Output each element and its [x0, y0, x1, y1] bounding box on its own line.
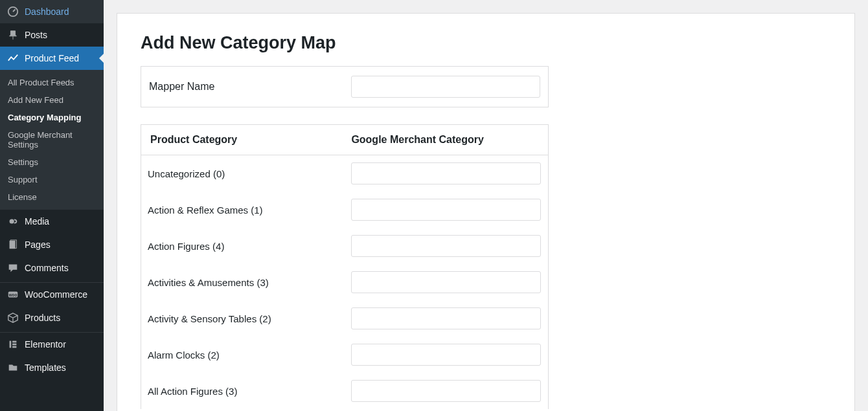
category-label: Action & Reflex Games (1) — [148, 205, 351, 216]
svg-rect-8 — [12, 344, 16, 346]
sidebar-item-posts[interactable]: Posts — [0, 23, 104, 47]
sidebar-item-label: Comments — [25, 263, 69, 273]
table-header: Product Category Google Merchant Categor… — [141, 125, 548, 155]
chart-icon — [6, 52, 19, 65]
submenu-item-support[interactable]: Support — [0, 171, 104, 188]
content-area: Add New Category Map Mapper Name Product… — [104, 0, 868, 411]
sidebar-item-label: Posts — [25, 30, 47, 40]
page-title: Add New Category Map — [141, 33, 831, 53]
table-row: All Action Figures (3) — [141, 373, 548, 409]
comment-icon — [6, 261, 19, 274]
submenu-item-category-mapping[interactable]: Category Mapping — [0, 109, 104, 126]
table-row: Activities & Amusements (3) — [141, 264, 548, 300]
sidebar-item-label: Templates — [25, 362, 66, 373]
category-label: Uncategorized (0) — [148, 168, 351, 179]
google-category-input[interactable] — [351, 344, 541, 366]
submenu-item-license[interactable]: License — [0, 188, 104, 206]
sidebar-item-product-feed[interactable]: Product Feed — [0, 47, 104, 70]
svg-text:woo: woo — [8, 293, 17, 297]
submenu-item-all-product-feeds[interactable]: All Product Feeds — [0, 74, 104, 91]
category-label: Activities & Amusements (3) — [148, 277, 351, 288]
mapper-name-row: Mapper Name — [141, 66, 549, 107]
sidebar-item-elementor[interactable]: Elementor — [0, 333, 104, 356]
submenu-item-settings[interactable]: Settings — [0, 153, 104, 171]
category-label: Action Figures (4) — [148, 241, 351, 252]
page-box: Add New Category Map Mapper Name Product… — [117, 13, 855, 411]
submenu-product-feed: All Product FeedsAdd New FeedCategory Ma… — [0, 70, 104, 210]
submenu-item-add-new-feed[interactable]: Add New Feed — [0, 91, 104, 109]
sidebar-item-media[interactable]: Media — [0, 210, 104, 233]
sidebar-item-comments[interactable]: Comments — [0, 256, 104, 280]
category-table: Product Category Google Merchant Categor… — [141, 124, 549, 409]
svg-rect-7 — [12, 341, 16, 343]
sidebar-item-pages[interactable]: Pages — [0, 233, 104, 256]
category-label: All Action Figures (3) — [148, 386, 351, 397]
box-icon — [6, 311, 19, 324]
header-google-category: Google Merchant Category — [351, 134, 539, 146]
mapper-name-input[interactable] — [351, 76, 540, 98]
header-product-category: Product Category — [150, 134, 351, 146]
svg-rect-9 — [12, 346, 16, 348]
admin-sidebar: DashboardPostsProduct FeedAll Product Fe… — [0, 0, 104, 411]
elementor-icon — [6, 338, 19, 351]
table-row: Uncategorized (0) — [141, 155, 548, 192]
svg-rect-6 — [10, 341, 12, 348]
svg-point-1 — [10, 219, 14, 223]
sidebar-item-dashboard[interactable]: Dashboard — [0, 0, 104, 23]
mapper-name-label: Mapper Name — [149, 81, 351, 93]
google-category-input[interactable] — [351, 271, 541, 293]
table-row: Action Figures (4) — [141, 228, 548, 264]
sidebar-item-label: Products — [25, 313, 60, 323]
media-icon — [6, 215, 19, 228]
sidebar-item-label: Product Feed — [25, 53, 79, 63]
sidebar-item-label: Dashboard — [25, 6, 69, 17]
sidebar-item-templates[interactable]: Templates — [0, 356, 104, 379]
table-row: Alarm Clocks (2) — [141, 337, 548, 373]
dashboard-icon — [6, 5, 19, 18]
sidebar-item-label: Elementor — [25, 339, 66, 350]
submenu-item-google-merchant-settings[interactable]: Google Merchant Settings — [0, 126, 104, 153]
table-row: Activity & Sensory Tables (2) — [141, 300, 548, 337]
google-category-input[interactable] — [351, 235, 541, 257]
table-row: Action & Reflex Games (1) — [141, 192, 548, 228]
page-icon — [6, 238, 19, 251]
google-category-input[interactable] — [351, 380, 541, 402]
category-label: Alarm Clocks (2) — [148, 350, 351, 361]
google-category-input[interactable] — [351, 162, 541, 184]
google-category-input[interactable] — [351, 307, 541, 329]
sidebar-item-label: Media — [25, 216, 49, 227]
templates-icon — [6, 361, 19, 374]
sidebar-item-woocommerce[interactable]: wooWooCommerce — [0, 283, 104, 306]
woo-icon: woo — [6, 288, 19, 301]
sidebar-item-label: WooCommerce — [25, 289, 87, 300]
google-category-input[interactable] — [351, 199, 541, 221]
sidebar-item-products[interactable]: Products — [0, 306, 104, 329]
pin-icon — [6, 28, 19, 41]
sidebar-item-label: Pages — [25, 239, 51, 250]
category-label: Activity & Sensory Tables (2) — [148, 313, 351, 324]
